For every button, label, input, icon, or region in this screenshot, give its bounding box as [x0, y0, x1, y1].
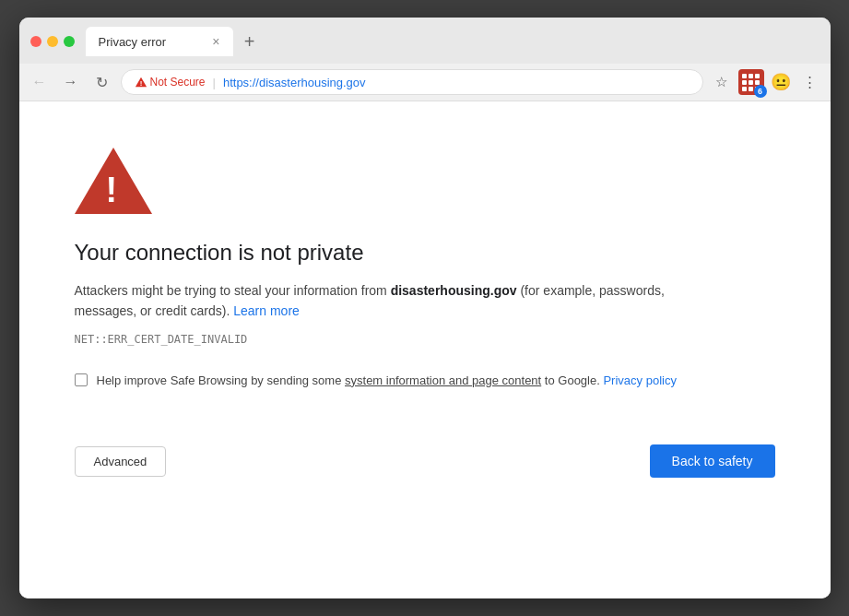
profile-button[interactable]: 😐 — [768, 69, 794, 95]
not-secure-label: Not Secure — [150, 76, 206, 89]
url-input[interactable]: ! Not Secure | https://disasterhousing.g… — [121, 69, 703, 95]
tab-label: Privacy error — [99, 35, 167, 49]
url-separator: | — [213, 76, 216, 89]
maximize-window-button[interactable] — [64, 36, 75, 47]
apps-dot — [749, 74, 753, 78]
reload-button[interactable]: ↻ — [89, 69, 115, 95]
safe-browsing-text: Help improve Safe Browsing by sending so… — [97, 372, 677, 390]
safe-browsing-label-post: to Google. — [541, 373, 603, 387]
error-icon: ! — [75, 148, 775, 218]
browser-window: Privacy error × + ← → ↻ ! Not Secure | h… — [19, 18, 831, 598]
error-description: Attackers might be trying to steal your … — [75, 280, 702, 322]
new-tab-button[interactable]: + — [237, 29, 263, 54]
tab-close-button[interactable]: × — [212, 34, 219, 49]
tab-bar: Privacy error × + — [86, 27, 820, 56]
error-desc-part1: Attackers might be trying to steal your … — [75, 283, 391, 298]
safe-browsing-row: Help improve Safe Browsing by sending so… — [75, 372, 775, 390]
action-row: Advanced Back to safety — [75, 444, 775, 478]
close-window-button[interactable] — [30, 36, 41, 47]
bookmark-button[interactable]: ☆ — [709, 69, 735, 95]
error-code: NET::ERR_CERT_DATE_INVALID — [75, 333, 775, 346]
apps-dot — [755, 74, 760, 78]
safe-browsing-checkbox[interactable] — [75, 373, 88, 386]
warning-icon: ! — [135, 76, 147, 89]
window-controls — [30, 36, 75, 47]
minimize-window-button[interactable] — [47, 36, 58, 47]
not-secure-badge: ! Not Secure — [135, 76, 206, 89]
learn-more-link[interactable]: Learn more — [233, 303, 300, 318]
browser-tab-active[interactable]: Privacy error × — [86, 27, 233, 56]
title-bar: Privacy error × + — [19, 18, 831, 64]
apps-dot — [742, 87, 747, 91]
forward-button[interactable]: → — [58, 69, 84, 95]
url-text: https://disasterhousing.gov — [223, 76, 366, 89]
privacy-policy-link[interactable]: Privacy policy — [603, 373, 676, 387]
error-title: Your connection is not private — [75, 240, 775, 266]
apps-dot — [749, 87, 753, 91]
address-bar: ← → ↻ ! Not Secure | https://disasterhou… — [19, 64, 831, 101]
exclamation-icon: ! — [106, 172, 118, 207]
back-to-safety-button[interactable]: Back to safety — [650, 444, 775, 478]
title-bar-top: Privacy error × + — [30, 27, 820, 56]
system-info-link[interactable]: system information and page content — [345, 373, 541, 387]
apps-dot — [755, 80, 760, 85]
apps-dot — [749, 80, 753, 85]
apps-badge: 6 — [754, 85, 767, 98]
apps-dot — [742, 74, 747, 78]
warning-triangle-icon: ! — [75, 148, 152, 214]
error-domain: disasterhousing.gov — [391, 283, 517, 298]
svg-text:!: ! — [139, 79, 142, 88]
page-content: ! Your connection is not private Attacke… — [19, 101, 831, 598]
toolbar-right: ☆ 6 😐 ⋮ — [709, 69, 823, 95]
back-button[interactable]: ← — [27, 69, 53, 95]
safe-browsing-label-pre: Help improve Safe Browsing by sending so… — [97, 373, 346, 387]
apps-dot — [742, 80, 747, 85]
advanced-button[interactable]: Advanced — [75, 446, 167, 477]
apps-button[interactable]: 6 — [738, 69, 764, 95]
menu-button[interactable]: ⋮ — [797, 69, 823, 95]
